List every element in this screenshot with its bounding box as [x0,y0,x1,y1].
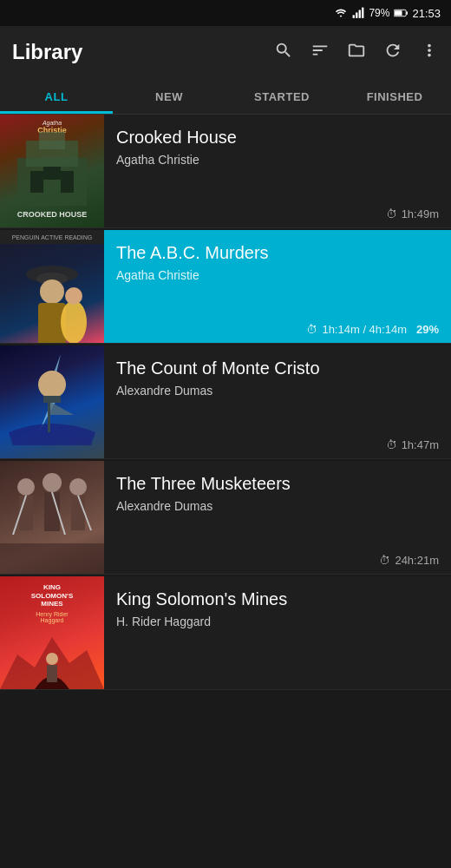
svg-point-21 [38,371,66,398]
svg-point-25 [42,473,62,492]
svg-rect-12 [43,167,61,180]
svg-point-17 [61,300,87,343]
book-title: King Solomon's Mines [116,589,439,609]
penguin-bar: PENGUIN ACTIVE READING [0,230,104,244]
cover-ks-title-text: KINGSOLOMON'SMINES [5,583,99,608]
book-list: Agatha Christie CROOKED HOUSE Crooked Ho… [0,115,451,690]
cover-title-text: CROOKED HOUSE [5,210,99,220]
book-cover-crooked-house: Agatha Christie CROOKED HOUSE [0,115,104,227]
book-duration: ⏱ 24h:21m [116,547,439,567]
book-cover-king-solomons: KINGSOLOMON'SMINES Henry RiderHaggard [0,576,104,689]
duration-value: 1h:47m [402,438,439,451]
header-actions [274,41,439,64]
refresh-button[interactable] [383,41,402,64]
svg-rect-34 [47,665,57,682]
more-icon [420,41,439,60]
svg-point-23 [17,478,35,496]
svg-rect-6 [395,10,402,16]
time-display: 21:53 [412,7,441,20]
cover-illustration-abc [0,244,104,343]
svg-point-33 [46,653,58,665]
book-info-three-musketeers: The Three Musketeers Alexandre Dumas ⏱ 2… [104,461,451,574]
book-author: H. Rider Haggard [116,615,439,628]
battery-icon [394,8,408,18]
tab-finished[interactable]: FINISHED [338,78,451,114]
svg-rect-11 [61,171,74,193]
status-bar: 79% 21:53 [0,0,451,26]
book-item-abc-murders[interactable]: PENGUIN ACTIVE READING The A.B.C. Murder… [0,230,451,344]
clock-icon: ⏱ [386,438,397,451]
svg-rect-10 [30,171,43,193]
folder-button[interactable] [347,41,366,64]
book-author: Agatha Christie [116,153,439,167]
svg-rect-2 [359,10,361,18]
book-title: The Three Musketeers [116,473,439,494]
page-title: Library [12,40,260,64]
tab-bar: ALL NEW STARTED FINISHED [0,78,451,115]
search-icon [274,41,293,60]
svg-rect-24 [19,496,33,530]
svg-rect-28 [71,496,85,530]
book-cover-monte-cristo [0,345,104,458]
book-cover-three-musketeers [0,461,104,574]
book-duration: ⏱ 1h:47m [116,431,439,451]
tab-new[interactable]: NEW [113,78,226,114]
svg-rect-29 [0,543,104,574]
svg-point-15 [40,279,64,304]
book-cover-abc-murders: PENGUIN ACTIVE READING [0,230,104,343]
svg-rect-3 [363,8,364,18]
clock-icon: ⏱ [379,554,390,567]
progress-value: 29% [416,323,439,336]
clock-icon: ⏱ [306,323,317,336]
status-icons: 79% 21:53 [334,7,441,20]
book-item-monte-cristo[interactable]: The Count of Monte Cristo Alexandre Duma… [0,345,451,459]
duration-value: 24h:21m [395,554,439,567]
svg-rect-9 [39,132,65,149]
svg-point-27 [69,478,87,496]
filter-button[interactable] [310,41,330,64]
svg-rect-1 [356,12,358,17]
book-info-king-solomons: King Solomon's Mines H. Rider Haggard [104,576,451,689]
signal-icon [352,7,364,19]
more-button[interactable] [420,41,439,64]
book-info-crooked-house: Crooked House Agatha Christie ⏱ 1h:49m [104,115,451,227]
folder-icon [347,41,366,60]
book-author: Alexandre Dumas [116,384,439,398]
cover-illustration-monte [0,345,104,458]
svg-point-18 [65,287,82,305]
filter-icon [310,41,330,60]
book-info-monte-cristo: The Count of Monte Cristo Alexandre Duma… [104,345,451,458]
book-title: Crooked House [116,127,439,148]
book-item-king-solomons[interactable]: KINGSOLOMON'SMINES Henry RiderHaggard Ki… [0,576,451,690]
svg-rect-5 [407,11,409,15]
duration-value: 1h:49m [402,207,439,220]
cover-illustration-ks [0,620,104,689]
book-duration: ⏱ 1h:14m / 4h:14m 29% [116,316,439,336]
wifi-icon [334,7,348,19]
app-header: Library [0,26,451,78]
book-info-abc-murders: The A.B.C. Murders Agatha Christie ⏱ 1h:… [104,230,451,343]
book-author: Alexandre Dumas [116,499,439,513]
refresh-icon [383,41,402,60]
cover-illustration-musketeers [0,461,104,574]
book-title: The A.B.C. Murders [116,242,439,263]
battery-percent: 79% [369,7,389,19]
cover-illustration [0,123,104,210]
duration-value: 1h:14m / 4h:14m [322,323,407,336]
svg-rect-22 [43,396,61,403]
book-item-three-musketeers[interactable]: The Three Musketeers Alexandre Dumas ⏱ 2… [0,461,451,575]
tab-all[interactable]: ALL [0,78,113,114]
book-title: The Count of Monte Cristo [116,358,439,378]
tab-started[interactable]: STARTED [226,78,338,114]
clock-icon: ⏱ [386,207,397,220]
book-duration: ⏱ 1h:49m [116,201,439,220]
search-button[interactable] [274,41,293,64]
svg-rect-0 [353,15,355,18]
book-author: Agatha Christie [116,268,439,282]
book-item-crooked-house[interactable]: Agatha Christie CROOKED HOUSE Crooked Ho… [0,115,451,228]
